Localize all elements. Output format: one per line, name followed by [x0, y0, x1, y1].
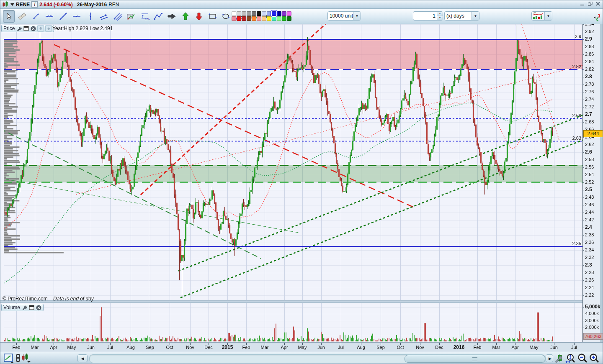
color-swatch[interactable]	[242, 11, 246, 16]
window-icon	[23, 26, 29, 31]
minimize-button[interactable]	[580, 2, 585, 6]
units-select[interactable]: 10000 units ▼	[327, 11, 361, 21]
scroll-left-button[interactable]: ◀	[77, 354, 88, 362]
pane-maximize-button[interactable]	[23, 26, 29, 31]
bars-count-spinner[interactable]: 1 ▲▼	[413, 11, 443, 21]
zoom-fit-button[interactable]	[565, 354, 576, 364]
parallel-channel-tool[interactable]	[98, 10, 110, 23]
link-chain-icon	[15, 354, 21, 363]
ellipse-icon	[222, 12, 231, 21]
color-swatch[interactable]	[272, 11, 276, 16]
parallel-channel-icon	[99, 12, 108, 21]
chart-scrollbar-track[interactable]	[89, 354, 546, 363]
color-swatch[interactable]	[232, 16, 236, 21]
vertical-line-icon	[86, 12, 95, 21]
trendline-icon	[59, 12, 67, 21]
segment-tool[interactable]	[30, 10, 42, 23]
chart-mode-icon	[4, 354, 14, 363]
color-swatch[interactable]	[257, 16, 261, 21]
forward-arrow-icon	[167, 12, 176, 21]
zoom-out-button[interactable]	[577, 354, 588, 364]
color-swatch[interactable]	[282, 11, 286, 16]
cursor-tool[interactable]	[3, 10, 15, 23]
pane-close-button[interactable]	[36, 305, 41, 310]
vertical-line-tool[interactable]	[85, 10, 96, 23]
ruler-tool[interactable]	[16, 10, 28, 23]
color-swatch[interactable]	[232, 11, 236, 16]
chart-scrollbar-thumb[interactable]	[405, 355, 545, 363]
info-icon[interactable]: i	[31, 1, 38, 8]
color-swatch[interactable]	[247, 16, 251, 21]
color-swatch[interactable]	[272, 16, 276, 21]
color-swatch[interactable]	[242, 16, 246, 21]
horizontal-line-tool[interactable]	[71, 10, 82, 23]
pane-close-button[interactable]	[30, 26, 36, 31]
ticker-code: REN	[108, 2, 119, 8]
color-swatch[interactable]	[267, 11, 271, 16]
wrench-icon	[22, 305, 27, 310]
color-swatch[interactable]	[237, 11, 241, 16]
color-swatch[interactable]	[257, 11, 261, 16]
color-swatch[interactable]	[252, 11, 256, 16]
sell-arrow-tool[interactable]	[193, 10, 205, 23]
close-button[interactable]	[596, 2, 600, 6]
symbol-name[interactable]: RENE	[16, 2, 30, 8]
bars-count-value: 1	[413, 12, 437, 20]
color-swatch[interactable]	[287, 16, 291, 21]
color-swatch[interactable]	[277, 16, 281, 21]
last-volume-axis-badge: 760,263	[583, 333, 603, 340]
pane-move-down-button[interactable]	[37, 25, 44, 32]
compare-symbols-button[interactable]	[592, 11, 603, 24]
candle-style-button[interactable]	[21, 354, 31, 363]
percent-label: 1%	[145, 17, 150, 21]
prorealtime-window: RENE i 2.644 (-0.60%) 26-May-2016 REN 1%	[0, 0, 603, 364]
chart-style-button[interactable]: ▼	[531, 11, 552, 21]
wrench-icon	[16, 26, 22, 31]
color-swatch[interactable]	[237, 16, 241, 21]
color-swatch[interactable]	[247, 11, 251, 16]
analysis-grid-tool[interactable]	[125, 10, 137, 23]
symbol-dropdown-caret[interactable]	[10, 3, 14, 6]
display-mode-button[interactable]	[4, 354, 14, 363]
period-value: (x) days	[445, 13, 472, 19]
chart-options-button[interactable]	[554, 354, 564, 364]
pitchfork-tool[interactable]	[112, 10, 124, 23]
price-volume-chart-canvas[interactable]	[0, 24, 603, 352]
data-note: Data is end of day	[53, 296, 94, 302]
units-value: 10000 units	[328, 13, 353, 19]
rectangle-tool[interactable]	[207, 10, 219, 23]
zoom-in-button[interactable]	[589, 354, 599, 364]
chevron-down-icon: ▼	[353, 12, 361, 20]
scroll-right-button[interactable]: ▶	[546, 354, 553, 362]
spinner-up-icon[interactable]: ▲	[437, 12, 443, 16]
horizontal-line-icon	[72, 12, 81, 21]
color-swatch[interactable]	[287, 11, 291, 16]
forward-arrow-tool[interactable]	[166, 10, 178, 23]
color-swatch[interactable]	[267, 16, 271, 21]
ellipse-tool[interactable]	[220, 10, 232, 23]
restore-button[interactable]	[588, 2, 593, 6]
color-swatch[interactable]	[282, 16, 286, 21]
extended-line-tool[interactable]	[44, 10, 55, 23]
arrow-down-icon	[39, 27, 43, 31]
buy-arrow-tool[interactable]	[180, 10, 191, 23]
link-windows-button[interactable]	[15, 354, 21, 363]
color-swatch[interactable]	[262, 16, 266, 21]
title-bar: RENE i 2.644 (-0.60%) 26-May-2016 REN	[0, 0, 603, 9]
color-swatch[interactable]	[277, 11, 281, 16]
pitchfork-icon	[113, 12, 122, 21]
percent-change-tool[interactable]: 1%	[139, 10, 151, 23]
period-select[interactable]: (x) days ▼	[444, 11, 479, 21]
pane-maximize-button[interactable]	[28, 305, 34, 310]
pane-settings-button[interactable]	[21, 305, 27, 310]
last-price-axis-badge: 2.644	[583, 130, 603, 137]
zigzag-tool[interactable]	[152, 10, 164, 23]
compare-arrows-icon	[593, 13, 602, 22]
candle-style-icon	[21, 354, 31, 363]
color-swatch[interactable]	[262, 11, 266, 16]
color-swatch[interactable]	[252, 16, 256, 21]
trendline-tool[interactable]	[57, 10, 69, 23]
pane-move-up-button[interactable]	[45, 25, 52, 32]
pane-settings-button[interactable]	[16, 26, 22, 31]
spinner-down-icon[interactable]: ▼	[437, 16, 443, 20]
